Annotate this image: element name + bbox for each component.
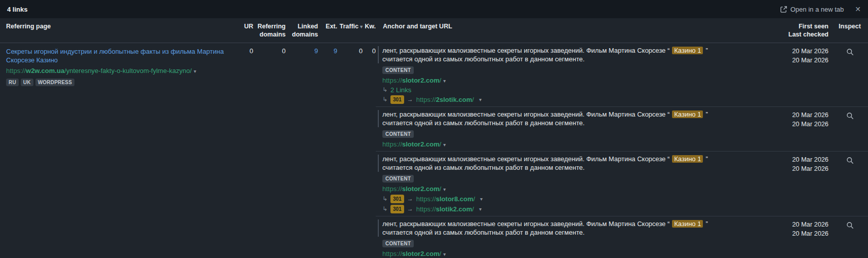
- magnifier-icon: [846, 158, 854, 166]
- inspect-button[interactable]: [845, 220, 855, 232]
- inspect-button[interactable]: [845, 111, 855, 122]
- column-kw[interactable]: Kw.: [363, 22, 376, 30]
- traffic-value: 0: [337, 43, 363, 55]
- first-seen-date: 20 Mar 2026: [783, 47, 828, 56]
- referring-page-url-link[interactable]: https://w2w.com.ua/ynteresnye-fakty-o-ku…: [6, 67, 192, 75]
- magnifier-icon: [846, 50, 854, 57]
- link-item-4: лент, раскрывающих малоизвестные секреты…: [376, 216, 868, 258]
- link-type-badge: CONTENT: [382, 240, 414, 247]
- links-count-link[interactable]: 2 Links: [390, 86, 411, 94]
- ur-value: 0: [239, 43, 253, 55]
- language-badge-uk: UK: [21, 79, 33, 86]
- chevron-down-icon[interactable]: ▾: [443, 78, 446, 84]
- links-count-title: 4 links: [7, 6, 27, 13]
- target-url-link[interactable]: https://slotor2.com/: [382, 140, 441, 148]
- anchor-highlight: Казино 1: [672, 220, 703, 228]
- redirect-301-badge: 301: [390, 195, 404, 203]
- corner-arrow-icon: ↳: [382, 205, 387, 213]
- chevron-down-icon[interactable]: ▾: [479, 96, 482, 103]
- column-ur[interactable]: UR: [239, 22, 253, 30]
- dates-cell: 20 Mar 2026 20 Mar 2026: [783, 219, 832, 239]
- referring-page-cell: Секреты игорной индустрии и любопытные ф…: [0, 43, 239, 87]
- open-in-new-tab-label: Open in a new tab: [791, 6, 844, 13]
- column-referring-domains[interactable]: Referring domains: [253, 22, 286, 39]
- anchor-context-text: лент, раскрывающих малоизвестные секреты…: [378, 110, 727, 127]
- chevron-down-icon[interactable]: ▾: [194, 68, 196, 74]
- link-type-badge: CONTENT: [382, 66, 414, 74]
- link-type-badge: CONTENT: [382, 130, 414, 138]
- last-checked-date: 20 Mar 2026: [783, 229, 828, 239]
- link-type-badge: CONTENT: [382, 175, 414, 182]
- ext-value-link[interactable]: 9: [334, 47, 337, 55]
- chevron-down-icon[interactable]: ▾: [479, 205, 482, 213]
- close-icon[interactable]: ✕: [855, 6, 861, 13]
- target-url-link[interactable]: https://slotor2.com/: [382, 250, 441, 257]
- anchor-highlight: Казино 1: [672, 110, 703, 118]
- anchor-column: лент, раскрывающих малоизвестные секреты…: [376, 43, 868, 258]
- column-ext[interactable]: Ext.: [318, 22, 337, 30]
- external-link-icon: [780, 6, 787, 13]
- dates-cell: 20 Mar 2026 20 Mar 2026: [783, 110, 832, 129]
- arrow-right-icon: →: [407, 96, 413, 103]
- column-referring-page[interactable]: Referring page: [0, 22, 239, 30]
- redirect-301-badge: 301: [390, 95, 404, 104]
- last-checked-date: 20 Mar 2026: [783, 120, 828, 129]
- chevron-down-icon[interactable]: ▾: [480, 195, 483, 203]
- chevron-down-icon[interactable]: ▾: [443, 251, 446, 257]
- panel-topbar: 4 links Open in a new tab ✕: [0, 0, 868, 18]
- inspect-button[interactable]: [845, 156, 855, 167]
- referring-page-title-link[interactable]: Секреты игорной индустрии и любопытные ф…: [6, 47, 231, 65]
- corner-arrow-icon: ↳: [382, 96, 387, 103]
- column-anchor-target-url[interactable]: Anchor and target URL: [376, 22, 783, 30]
- redirect-url-link[interactable]: https://slotik2.com/: [416, 205, 474, 213]
- redirect-url-link[interactable]: https://slotor8.com/: [416, 195, 475, 203]
- table-header: Referring page UR Referring domains Link…: [0, 18, 868, 43]
- first-seen-date: 20 Mar 2026: [783, 155, 828, 165]
- linked-domains-value-link[interactable]: 9: [314, 47, 318, 55]
- anchor-context-text: лент, раскрывающих малоизвестные секреты…: [378, 219, 727, 237]
- link-item-2: лент, раскрывающих малоизвестные секреты…: [376, 106, 868, 151]
- backlink-row: Секреты игорной индустрии и любопытные ф…: [0, 43, 868, 258]
- dates-cell: 20 Mar 2026 20 Mar 2026: [783, 46, 832, 65]
- anchor-context-text: лент, раскрывающих малоизвестные секреты…: [378, 155, 727, 172]
- anchor-context-text: лент, раскрывающих малоизвестные секреты…: [378, 46, 727, 63]
- column-traffic[interactable]: Traffic▾: [337, 22, 363, 30]
- redirect-301-badge: 301: [390, 205, 404, 213]
- platform-badge-wordpress: WORDPRESS: [35, 79, 74, 86]
- first-seen-date: 20 Mar 2026: [783, 110, 828, 120]
- chevron-down-icon[interactable]: ▾: [443, 187, 446, 192]
- target-url-link[interactable]: https://slotor2.com/: [382, 77, 441, 84]
- dates-cell: 20 Mar 2026 20 Mar 2026: [783, 155, 832, 174]
- redirect-url-link[interactable]: https://2slotik.com/: [416, 96, 474, 103]
- corner-arrow-icon: ↳: [382, 86, 387, 94]
- link-item-3: лент, раскрывающих малоизвестные секреты…: [376, 151, 868, 216]
- magnifier-icon: [846, 223, 854, 231]
- column-inspect: Inspect: [832, 22, 868, 30]
- target-url-link[interactable]: https://slotor2.com/: [382, 185, 441, 193]
- arrow-right-icon: →: [407, 205, 413, 213]
- last-checked-date: 20 Mar 2026: [783, 164, 828, 174]
- inspect-button[interactable]: [845, 47, 855, 58]
- last-checked-date: 20 Mar 2026: [783, 56, 828, 65]
- anchor-highlight: Казино 1: [672, 155, 703, 163]
- column-first-seen-last-checked[interactable]: First seen Last checked: [783, 22, 832, 39]
- anchor-highlight: Казино 1: [672, 47, 703, 54]
- open-in-new-tab-button[interactable]: Open in a new tab: [780, 6, 844, 13]
- corner-arrow-icon: ↳: [382, 195, 387, 203]
- referring-domains-value: 0: [253, 43, 286, 55]
- arrow-right-icon: →: [407, 195, 413, 203]
- link-item-1: лент, раскрывающих малоизвестные секреты…: [376, 43, 868, 106]
- first-seen-date: 20 Mar 2026: [783, 220, 828, 230]
- column-linked-domains[interactable]: Linked domains: [286, 22, 318, 39]
- kw-value: 0: [363, 43, 376, 55]
- magnifier-icon: [846, 114, 854, 121]
- chevron-down-icon[interactable]: ▾: [443, 142, 446, 148]
- language-badge-ru: RU: [6, 79, 19, 86]
